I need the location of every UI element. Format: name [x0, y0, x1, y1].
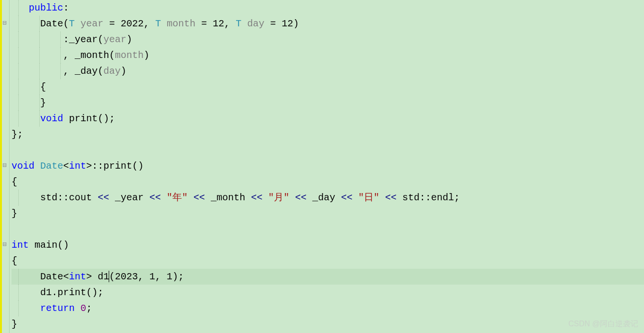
code-line[interactable] [11, 221, 644, 237]
code-line[interactable]: { [11, 174, 644, 190]
code-line[interactable]: std::cout << _year << "年" << _month << "… [11, 190, 644, 206]
code-line[interactable]: { [11, 253, 644, 269]
code-editor: ⊟ ⊟ ⊟ public: Date(T year = 2022, T mont… [0, 0, 644, 333]
gutter-highlight [0, 0, 2, 333]
code-line[interactable]: } [11, 316, 644, 332]
code-line[interactable] [11, 142, 644, 158]
code-line[interactable]: , _day(day) [11, 63, 644, 79]
code-area[interactable]: public: Date(T year = 2022, T month = 12… [10, 0, 644, 333]
code-line[interactable]: } [11, 206, 644, 221]
code-line[interactable]: { [11, 79, 644, 95]
code-line[interactable]: }; [11, 126, 644, 142]
watermark: CSDN @阿白逆袭记 [568, 319, 638, 329]
fold-icon[interactable]: ⊟ [2, 241, 7, 247]
code-line[interactable]: public: [11, 0, 644, 16]
code-line-active[interactable]: Date<int> d1(2023, 1, 1); [11, 269, 644, 285]
code-line[interactable]: return 0; [11, 300, 644, 316]
fold-icon[interactable]: ⊟ [2, 162, 7, 168]
code-line[interactable]: } [11, 95, 644, 111]
code-line[interactable]: void Date<int>::print() [11, 158, 644, 174]
code-line[interactable]: , _month(month) [11, 47, 644, 63]
gutter: ⊟ ⊟ ⊟ [0, 0, 10, 333]
fold-icon[interactable]: ⊟ [2, 20, 7, 25]
code-line[interactable]: :_year(year) [11, 32, 644, 47]
code-line[interactable]: Date(T year = 2022, T month = 12, T day … [11, 16, 644, 32]
code-line[interactable]: d1.print(); [11, 285, 644, 300]
code-line[interactable]: void print(); [11, 111, 644, 126]
code-line[interactable]: int main() [11, 237, 644, 253]
